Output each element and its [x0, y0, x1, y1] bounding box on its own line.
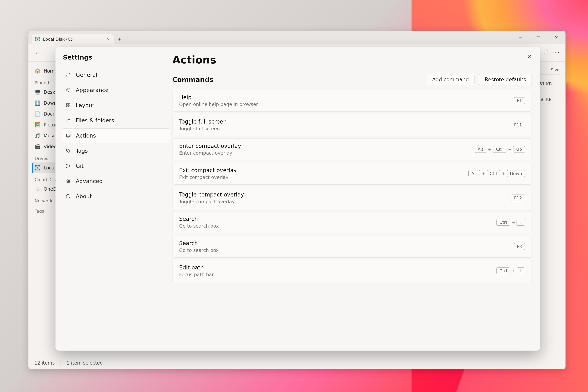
keyboard-key: Ctrl [496, 219, 510, 226]
command-row[interactable]: SearchGo to search boxCtrl+F [172, 211, 532, 233]
nav-item-label: Appearance [76, 87, 108, 94]
svg-rect-7 [69, 104, 70, 105]
folder-icon: 🖥️ [35, 90, 40, 95]
svg-rect-9 [69, 106, 70, 107]
keyboard-key: F12 [511, 194, 525, 201]
git-icon [65, 163, 71, 169]
command-row[interactable]: Toggle full screenToggle full screenF11 [172, 114, 532, 136]
svg-point-3 [67, 90, 67, 90]
svg-point-0 [545, 51, 546, 52]
keyboard-key: Ctrl [493, 146, 506, 153]
command-row[interactable]: Exit compact overlayExit compact overlay… [172, 163, 532, 184]
page-title: Actions [172, 54, 532, 66]
column-size[interactable]: Size [551, 68, 559, 72]
keyboard-shortcut: F1 [514, 97, 525, 104]
folder-icon: 🖼️ [35, 122, 40, 128]
tab-bar: 💽 Local Disk (C:) ✕ ＋ — ▢ ✕ [29, 31, 565, 44]
command-row[interactable]: SearchGo to search boxF3 [172, 236, 532, 258]
keyboard-shortcut: Alt+Ctrl+Up [475, 146, 525, 153]
keyboard-key: L [517, 268, 525, 274]
tab-local-disk[interactable]: 💽 Local Disk (C:) ✕ [32, 34, 114, 44]
settings-title: Settings [62, 54, 170, 61]
nav-item-appearance[interactable]: Appearance [62, 83, 170, 97]
keyboard-key: Ctrl [487, 170, 500, 177]
nav-item-tags[interactable]: Tags [62, 144, 170, 158]
home-icon: 🏠 [35, 68, 40, 74]
svg-point-18 [67, 181, 68, 183]
plus-separator: + [502, 171, 505, 176]
keyboard-key: F [516, 219, 525, 226]
keyboard-key: Down [507, 170, 525, 177]
nav-item-git[interactable]: Git [62, 159, 170, 173]
keyboard-key: F11 [511, 122, 525, 128]
folder-icon: 🎬 [35, 144, 40, 150]
settings-content: ✕ Actions Commands Add command Restore d… [172, 47, 540, 350]
nav-item-layout[interactable]: Layout [62, 98, 170, 112]
restore-defaults-button[interactable]: Restore defaults [479, 74, 532, 86]
keyboard-shortcut: F11 [511, 122, 525, 128]
keyboard-key: Alt [468, 170, 480, 177]
svg-point-12 [67, 150, 67, 150]
nav-item-actions[interactable]: Actions [62, 128, 170, 143]
nav-item-advanced[interactable]: Advanced [62, 174, 170, 188]
command-description: Go to search box [179, 248, 219, 253]
command-row[interactable]: HelpOpen online help page in browserF1 [172, 90, 532, 112]
svg-point-11 [69, 135, 70, 136]
cloud-icon: ☁️ [35, 186, 40, 192]
section-commands-title: Commands [172, 76, 213, 84]
keyboard-key: F3 [514, 243, 525, 250]
minimize-button[interactable]: — [512, 31, 530, 44]
new-tab-button[interactable]: ＋ [116, 35, 123, 43]
command-title: Help [179, 94, 258, 100]
status-selection: 1 item selected [67, 360, 103, 366]
settings-sidebar: Settings GeneralAppearanceLayoutFiles & … [56, 47, 172, 350]
command-row[interactable]: Toggle compact overlayToggle compact ove… [172, 187, 532, 209]
plus-separator: + [488, 147, 491, 152]
disk-icon: 💽 [35, 37, 40, 42]
add-command-button[interactable]: Add command [427, 74, 474, 86]
nav-item-label: Files & folders [76, 117, 114, 124]
nav-item-label: Actions [76, 132, 96, 139]
divider [61, 360, 61, 366]
close-window-button[interactable]: ✕ [547, 31, 565, 44]
command-description: Toggle full screen [179, 126, 227, 132]
command-row[interactable]: Edit pathFocus path barCtrl+L [172, 260, 532, 282]
nav-item-files[interactable]: Files & folders [62, 113, 170, 128]
back-button[interactable]: ← [34, 49, 41, 56]
nav-item-label: About [76, 193, 92, 200]
nav-item-about[interactable]: About [62, 189, 170, 204]
settings-icon[interactable] [543, 49, 548, 56]
general-icon [65, 72, 71, 78]
folder-icon: 🎵 [35, 133, 40, 138]
appearance-icon [65, 87, 71, 93]
files-icon [65, 118, 71, 123]
command-title: Enter compact overlay [179, 143, 241, 149]
plus-separator: + [482, 171, 485, 176]
maximize-button[interactable]: ▢ [530, 31, 547, 44]
more-options-icon[interactable]: ··· [552, 49, 560, 56]
nav-item-general[interactable]: General [62, 68, 170, 82]
svg-rect-8 [66, 106, 68, 107]
svg-rect-6 [66, 104, 68, 105]
command-description: Enter compact overlay [179, 150, 241, 156]
actions-icon [65, 133, 71, 138]
nav-item-label: Tags [76, 148, 88, 154]
keyboard-key: F1 [514, 97, 525, 104]
command-description: Focus path bar [179, 272, 214, 278]
svg-point-4 [68, 89, 68, 89]
command-description: Exit compact overlay [179, 175, 237, 180]
nav-item-label: Layout [76, 102, 94, 108]
command-row[interactable]: Enter compact overlayEnter compact overl… [172, 138, 532, 160]
keyboard-shortcut: Ctrl+L [496, 268, 525, 274]
command-title: Search [179, 240, 219, 246]
keyboard-shortcut: Alt+Ctrl+Down [468, 170, 525, 177]
keyboard-shortcut: F12 [511, 194, 525, 201]
svg-point-5 [69, 90, 69, 90]
nav-item-label: Git [76, 163, 84, 169]
svg-point-16 [67, 180, 68, 181]
folder-icon: ⬇️ [35, 100, 40, 106]
close-dialog-button[interactable]: ✕ [525, 53, 533, 61]
keyboard-shortcut: F3 [514, 243, 525, 250]
close-tab-icon[interactable]: ✕ [107, 37, 110, 41]
command-title: Edit path [179, 264, 214, 271]
